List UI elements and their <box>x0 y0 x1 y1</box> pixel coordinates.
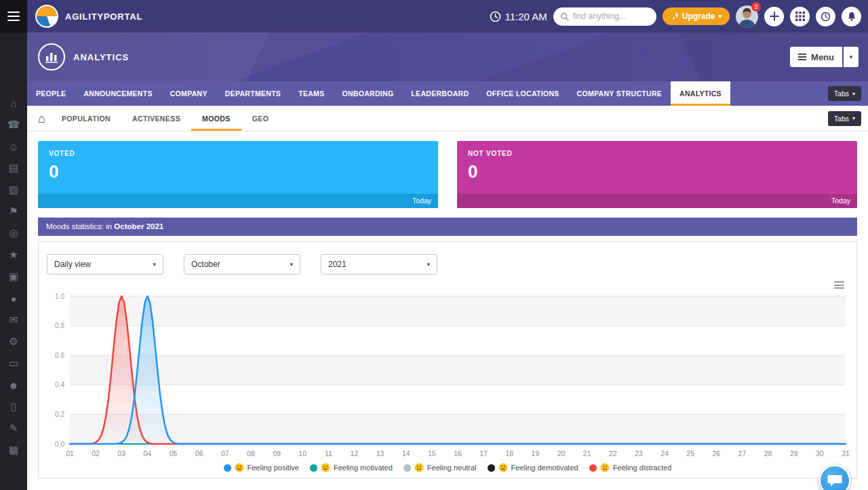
chevron-down-icon: ▾ <box>290 261 293 268</box>
rewards-icon[interactable]: ★ <box>0 244 27 266</box>
apps-grid-icon <box>795 12 805 21</box>
notifications-button[interactable] <box>842 7 861 26</box>
sub-nav-tabs: POPULATIONACTIVENESSMOODSGEO <box>51 106 279 131</box>
home-icon[interactable]: ⌂ <box>38 113 45 125</box>
not-voted-card: NOT VOTED 0 Today <box>457 141 857 208</box>
chart-menu-icon[interactable] <box>833 280 846 290</box>
year-select-value: 2021 <box>328 260 347 269</box>
svg-text:28: 28 <box>764 449 772 457</box>
bell-icon <box>847 12 856 22</box>
legend-item-feeling-positive[interactable]: Feeling positive <box>224 463 299 472</box>
search-box[interactable] <box>553 7 656 26</box>
main-tab-company-structure[interactable]: COMPANY STRUCTURE <box>568 81 671 106</box>
svg-text:25: 25 <box>686 449 694 457</box>
main-tab-leaderboard[interactable]: LEADERBOARD <box>402 81 477 106</box>
sub-tab-geo[interactable]: GEO <box>241 106 280 131</box>
add-button[interactable] <box>764 7 784 26</box>
svg-text:10: 10 <box>298 449 307 457</box>
recent-activity-button[interactable] <box>816 7 835 26</box>
stats-header-prefix: Moods statistics: in <box>46 222 114 230</box>
svg-text:09: 09 <box>273 449 281 457</box>
sub-nav-tabs-button[interactable]: Tabs ▾ <box>828 111 861 126</box>
sub-tab-activeness[interactable]: ACTIVENESS <box>121 106 191 131</box>
app-root: ⌂☎☺▤▥⚑◎★▣●✉⚙▭☻▯✎▦ AGILITYPORTAL 11:20 AM <box>0 0 868 490</box>
search-input[interactable] <box>573 12 648 21</box>
legend-item-feeling-motivated[interactable]: Feeling motivated <box>310 463 393 472</box>
emoji-face-icon <box>600 463 610 472</box>
pages-icon[interactable]: ▥ <box>0 179 27 201</box>
svg-text:0.8: 0.8 <box>55 322 64 329</box>
support-icon[interactable]: ☎ <box>0 114 27 136</box>
brand[interactable]: AGILITYPORTAL <box>35 5 142 28</box>
svg-text:20: 20 <box>557 449 566 457</box>
view-select[interactable]: Daily view ▾ <box>47 254 163 274</box>
tabs-button-label: Tabs <box>834 115 849 123</box>
avatar[interactable]: 3 <box>736 5 758 28</box>
not-voted-card-footer: Today <box>457 194 857 208</box>
apps-grid-button[interactable] <box>790 7 810 26</box>
chevron-down-icon: ▾ <box>852 91 855 97</box>
chat-bubble-icon <box>827 474 842 487</box>
main-tab-departments[interactable]: DEPARTMENTS <box>216 81 290 106</box>
svg-text:17: 17 <box>479 449 488 457</box>
month-select-value: October <box>191 260 220 269</box>
people-icon[interactable]: ☺ <box>0 136 27 157</box>
plot-bands <box>70 296 846 444</box>
x-axis-labels: 0102030405060708091011121314151617181920… <box>66 449 850 457</box>
legend-label: Feeling neutral <box>427 464 477 472</box>
home-icon[interactable]: ⌂ <box>0 92 27 114</box>
svg-text:19: 19 <box>532 449 540 457</box>
news-feed-icon[interactable]: ▤ <box>0 157 27 179</box>
company-icon[interactable]: ⚑ <box>0 201 27 222</box>
main-tab-teams[interactable]: TEAMS <box>290 81 333 106</box>
sub-tab-moods[interactable]: MOODS <box>191 106 241 131</box>
main-tab-announcements[interactable]: ANNOUNCEMENTS <box>75 81 161 106</box>
history-clock-icon <box>821 12 831 22</box>
notification-badge: 3 <box>751 2 761 12</box>
chevron-down-icon: ▾ <box>427 261 430 268</box>
svg-text:27: 27 <box>738 449 747 457</box>
main-nav-tabs-button[interactable]: Tabs ▾ <box>828 86 861 101</box>
inbox-icon[interactable]: ✉ <box>0 309 27 331</box>
legend-item-feeling-neutral[interactable]: Feeling neutral <box>403 463 477 472</box>
month-select[interactable]: October ▾ <box>184 254 300 274</box>
notes-icon[interactable]: ✎ <box>0 417 27 439</box>
legend-emoji <box>600 463 610 472</box>
menu-dropdown-toggle[interactable]: ▾ <box>844 47 859 67</box>
clock-icon <box>490 11 501 22</box>
view-select-value: Daily view <box>54 260 91 269</box>
svg-text:21: 21 <box>583 449 591 457</box>
emoji-face-icon <box>498 463 508 472</box>
svg-text:12: 12 <box>351 449 359 457</box>
search-icon[interactable]: ◎ <box>0 222 27 244</box>
chart-panel: Daily view ▾ October ▾ 2021 ▾ <box>38 241 857 478</box>
legend-emoji <box>321 463 330 472</box>
documents-icon[interactable]: ▯ <box>0 396 27 417</box>
svg-text:16: 16 <box>454 449 462 457</box>
not-voted-card-label: NOT VOTED <box>468 150 846 157</box>
main-tab-office-locations[interactable]: OFFICE LOCATIONS <box>477 81 568 106</box>
svg-text:0.0: 0.0 <box>55 441 64 448</box>
legend-item-feeling-demotivated[interactable]: Feeling demotivated <box>488 463 578 472</box>
svg-text:14: 14 <box>402 449 410 457</box>
voted-card: VOTED 0 Today <box>38 141 438 208</box>
main-tab-onboarding[interactable]: ONBOARDING <box>333 81 402 106</box>
legend-item-feeling-distracted[interactable]: Feeling distracted <box>589 463 672 472</box>
workspace-icon[interactable]: ▭ <box>0 352 27 374</box>
svg-text:02: 02 <box>92 449 100 457</box>
main-tab-company[interactable]: COMPANY <box>161 81 216 106</box>
main-tab-analytics[interactable]: ANALYTICS <box>671 81 730 106</box>
menu-button[interactable]: Menu <box>790 47 842 67</box>
upgrade-button[interactable]: Upgrade ▾ <box>663 7 730 25</box>
hamburger-menu-button[interactable] <box>0 0 27 33</box>
upgrade-label: Upgrade <box>682 12 715 21</box>
year-select[interactable]: 2021 ▾ <box>321 254 437 274</box>
badges-icon[interactable]: ● <box>0 287 27 309</box>
sub-tab-population[interactable]: POPULATION <box>51 106 121 131</box>
search-icon <box>560 12 569 21</box>
org-structure-icon[interactable]: ⚙ <box>0 331 27 352</box>
media-icon[interactable]: ▣ <box>0 266 27 287</box>
calendar-icon[interactable]: ▦ <box>0 439 27 461</box>
main-tab-people[interactable]: PEOPLE <box>27 81 75 106</box>
profile-icon[interactable]: ☻ <box>0 374 27 396</box>
